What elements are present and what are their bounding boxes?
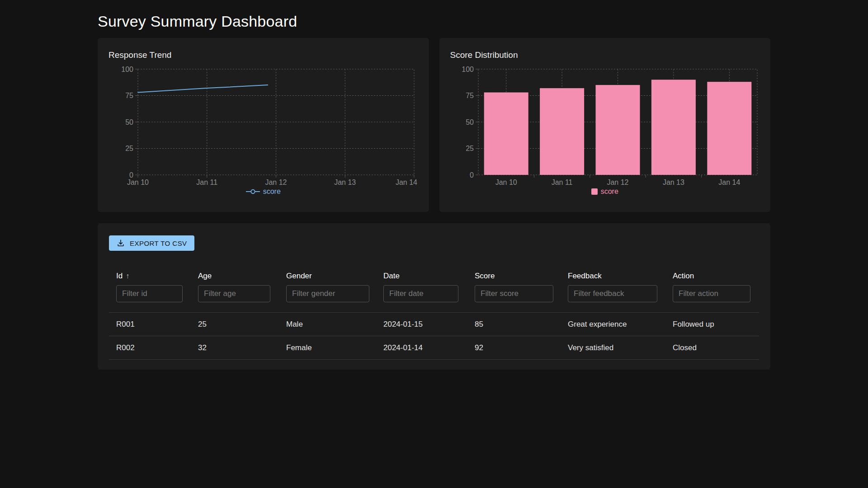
export-csv-button[interactable]: EXPORT TO CSV [109,235,194,251]
column-header-gender[interactable]: Gender [279,272,376,281]
x-axis-label: Jan 14 [396,178,417,186]
bar-chart-title: Score Distribution [450,50,518,60]
y-axis-label: 0 [129,171,133,179]
filter-age-input[interactable] [198,285,270,302]
column-header-score[interactable]: Score [467,272,561,281]
filter-cell-age [191,285,279,302]
cell-score: 85 [467,320,561,329]
filter-cell-id [109,285,191,302]
cell-feedback: Great experience [561,320,665,329]
y-axis-label: 75 [466,92,474,99]
filter-feedback-input[interactable] [568,285,657,302]
score-distribution-bar-chart: 0255075100Jan 10Jan 11Jan 12Jan 13Jan 14 [439,38,771,212]
cell-age: 25 [191,320,279,329]
column-header-label: Score [475,272,495,281]
table-row-r001: R00125Male2024-01-1585Great experienceFo… [109,312,759,336]
cell-id: R002 [109,343,191,352]
y-axis-label: 100 [121,66,133,73]
score-bar-jan-10 [484,92,528,175]
x-axis-label: Jan 13 [662,178,684,186]
filter-action-input[interactable] [673,285,750,302]
dashboard-page: Survey Summary Dashboard 0255075100Jan 1… [98,13,770,370]
column-header-label: Action [673,272,694,281]
bar-legend-label: score [601,188,618,196]
filter-date-input[interactable] [383,285,458,302]
charts-row: 0255075100Jan 10Jan 11Jan 12Jan 13Jan 14… [98,38,770,212]
response-trend-card: 0255075100Jan 10Jan 11Jan 12Jan 13Jan 14… [98,38,429,212]
page-title: Survey Summary Dashboard [98,13,770,30]
column-header-label: Gender [286,272,312,281]
x-axis-label: Jan 11 [551,178,572,186]
score-bar-jan-11 [540,88,584,175]
line-chart-title: Response Trend [108,50,171,60]
arrow-upward-icon: ↑ [126,272,129,280]
x-axis-label: Jan 12 [607,178,628,186]
y-axis-label: 50 [125,118,133,126]
column-header-age[interactable]: Age [191,272,279,281]
y-axis-label: 25 [466,145,474,152]
x-axis-label: Jan 14 [718,178,740,186]
cell-feedback: Very satisfied [561,343,665,352]
x-axis-label: Jan 13 [334,178,356,186]
table-header-row: Id↑AgeGenderDateScoreFeedbackAction [109,272,759,281]
export-csv-label: EXPORT TO CSV [130,239,187,247]
column-header-action[interactable]: Action [665,272,759,281]
column-header-label: Date [383,272,400,281]
line-chart-legend[interactable]: score [98,188,429,196]
column-header-date[interactable]: Date [376,272,467,281]
table-row-r002: R00232Female2024-01-1492Very satisfiedCl… [109,336,759,359]
filter-cell-score [467,285,561,302]
cell-age: 32 [191,343,279,352]
filter-cell-gender [279,285,376,302]
column-header-label: Age [198,272,212,281]
filter-gender-input[interactable] [286,285,369,302]
y-axis-label: 50 [466,118,474,126]
score-line-series [138,85,268,92]
bar-chart-legend[interactable]: score [439,188,771,196]
cell-date: 2024-01-14 [376,343,467,352]
response-trend-line-chart: 0255075100Jan 10Jan 11Jan 12Jan 13Jan 14 [98,38,429,212]
cell-gender: Female [279,343,376,352]
x-axis-label: Jan 12 [265,178,287,186]
y-axis-label: 75 [125,92,133,99]
y-axis-label: 25 [125,145,133,152]
line-legend-label: score [263,188,281,196]
cell-action: Followed up [665,320,759,329]
square-swatch-icon [591,188,598,195]
table-body: R00125Male2024-01-1585Great experienceFo… [109,312,759,360]
column-header-feedback[interactable]: Feedback [561,272,665,281]
filter-cell-date [376,285,467,302]
column-header-label: Id [116,272,123,281]
y-axis-label: 0 [470,171,474,179]
line-marker-icon [246,188,260,195]
score-distribution-card: 0255075100Jan 10Jan 11Jan 12Jan 13Jan 14… [439,38,771,212]
responses-table-card: EXPORT TO CSV Id↑AgeGenderDateScoreFeedb… [98,223,770,370]
download-icon [116,239,125,248]
column-header-id[interactable]: Id↑ [109,272,191,281]
score-bar-jan-13 [651,80,695,175]
score-bar-jan-14 [707,82,751,175]
x-axis-label: Jan 11 [196,178,217,186]
score-bar-jan-12 [595,85,640,175]
cell-action: Closed [665,343,759,352]
y-axis-label: 100 [462,66,474,73]
filter-score-input[interactable] [475,285,553,302]
column-header-label: Feedback [568,272,602,281]
x-axis-label: Jan 10 [495,178,517,186]
filter-id-input[interactable] [116,285,183,302]
filter-cell-feedback [561,285,665,302]
x-axis-label: Jan 10 [127,178,149,186]
table-filter-row [109,285,759,302]
cell-gender: Male [279,320,376,329]
cell-id: R001 [109,320,191,329]
filter-cell-action [665,285,759,302]
cell-date: 2024-01-15 [376,320,467,329]
cell-score: 92 [467,343,561,352]
